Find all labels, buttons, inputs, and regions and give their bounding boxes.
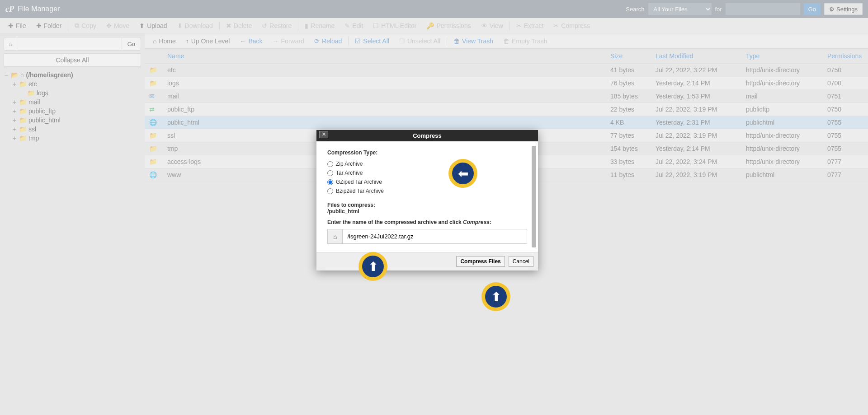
modal-title-bar: ✕ Compress (316, 130, 538, 141)
radio-gzip[interactable]: GZiped Tar Archive (327, 177, 527, 187)
modal-close-button[interactable]: ✕ (319, 131, 328, 138)
compress-modal: ✕ Compress Compression Type: Zip Archive… (316, 130, 538, 270)
radio-tar[interactable]: Tar Archive (327, 168, 527, 177)
arrow-up-icon: ⬆ (368, 259, 378, 274)
compression-type-label: Compression Type: (327, 149, 527, 156)
callout-arrow-up-2: ⬆ (481, 282, 510, 311)
archive-home-button[interactable]: ⌂ (327, 229, 343, 244)
modal-title: Compress (413, 132, 442, 139)
arrow-left-icon: ⬅ (458, 166, 468, 181)
modal-scrollbar[interactable] (532, 146, 536, 247)
compress-files-button[interactable]: Compress Files (456, 256, 505, 267)
radio-zip[interactable]: Zip Archive (327, 159, 527, 168)
files-to-compress-value: /public_html (327, 208, 527, 214)
compression-radio-group: Zip Archive Tar Archive GZiped Tar Archi… (327, 159, 527, 196)
arrow-up-icon: ⬆ (491, 289, 501, 304)
radio-bzip2[interactable]: Bzip2ed Tar Archive (327, 187, 527, 196)
files-to-compress-label: Files to compress: (327, 202, 527, 208)
cancel-button[interactable]: Cancel (509, 256, 533, 267)
archive-name-input[interactable] (343, 229, 527, 244)
enter-archive-name-label: Enter the name of the compressed archive… (327, 219, 527, 225)
home-icon: ⌂ (333, 233, 337, 240)
callout-arrow-left: ⬅ (448, 159, 477, 188)
callout-arrow-up: ⬆ (359, 252, 387, 281)
